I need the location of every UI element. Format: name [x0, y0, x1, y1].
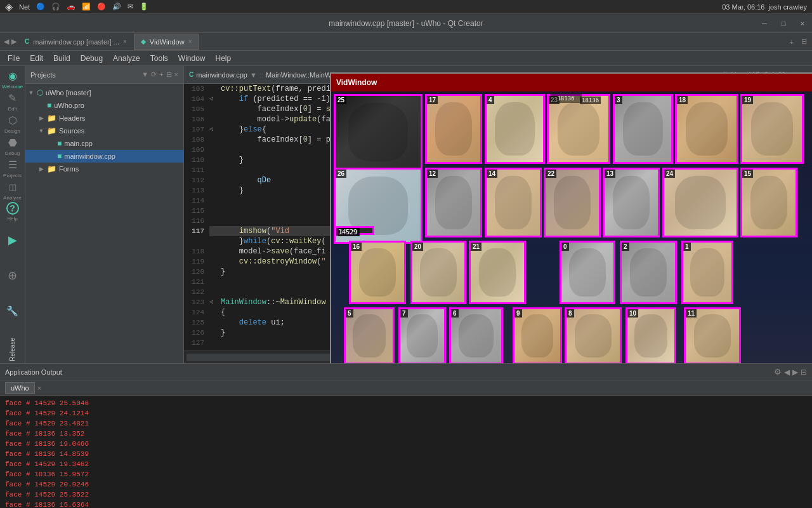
face-number: 19 [742, 96, 753, 104]
face-image [427, 170, 480, 236]
sidebar-run-btn[interactable]: ▶ [1, 223, 24, 257]
os-email: ✉ [128, 3, 133, 11]
tree-item-project[interactable]: ▼ ⬡ uWho [master] [25, 86, 183, 99]
tab-prev-arrow[interactable]: ◀ [4, 37, 9, 46]
face-grid: 2526145291742331819181361214221324151620… [331, 91, 812, 363]
tab-next-arrow[interactable]: ▶ [11, 37, 16, 46]
help-label: Help [7, 216, 17, 222]
menu-help[interactable]: Help [211, 51, 237, 66]
face-number: 6 [451, 309, 459, 318]
output-split-btn[interactable]: ⊟ [801, 368, 807, 377]
maximize-button[interactable]: □ [774, 14, 793, 33]
close-panel-btn[interactable]: × [174, 70, 178, 79]
sidebar-icon-design[interactable]: ⬡ Design [1, 113, 24, 134]
panel-title: Projects [30, 71, 56, 79]
os-bar: ◈ Net 🔵 🎧 🚗 📶 🔴 🔊 ✉ 🔋 03 Mar, 06:16 josh… [0, 0, 812, 14]
output-line: face # 14529 23.4821 [5, 418, 807, 429]
tab-add-btn[interactable]: + [787, 37, 796, 47]
face-number: 3 [615, 96, 622, 104]
face-image [487, 96, 543, 162]
welcome-icon: ◉ [6, 69, 20, 83]
main-layout: ◉ Welcome ✎ Edit ⬡ Design ⬣ Debug ☰ Proj… [0, 66, 812, 363]
face-image [351, 243, 404, 302]
menu-analyze[interactable]: Analyze [108, 51, 145, 66]
sidebar-icon-edit[interactable]: ✎ Edit [1, 91, 24, 112]
menu-tools[interactable]: Tools [145, 51, 173, 66]
breadcrumb-dropdown[interactable]: ▼ [250, 71, 257, 79]
add-btn[interactable]: + [159, 70, 163, 79]
tree-item-mainwindow-cpp[interactable]: ■ mainwindow.cpp [25, 150, 183, 163]
output-line: face # 18136 15.6364 [5, 500, 807, 508]
menu-debug[interactable]: Debug [75, 51, 108, 66]
minimize-button[interactable]: ─ [755, 14, 774, 33]
tree-item-forms[interactable]: ▶ 📁 Forms [25, 163, 183, 175]
projects-label: Projects [3, 173, 22, 178]
tab-split-btn[interactable]: ⊟ [799, 36, 809, 47]
tab-mainwindow[interactable]: C mainwindow.cpp [master] ... × [18, 34, 134, 50]
tree-item-headers[interactable]: ▶ 📁 Headers [25, 112, 183, 124]
face-number: 0 [561, 243, 569, 251]
os-battery-alert: 🔴 [97, 3, 106, 11]
run-icon: ▶ [6, 233, 20, 247]
sidebar-icon-help[interactable]: ? Help [1, 202, 24, 222]
cpp-icon-editor: C [189, 71, 193, 78]
face-image [605, 170, 658, 236]
face-number: 7 [400, 309, 408, 318]
sidebar-icon-analyze[interactable]: ◫ Analyze [1, 180, 24, 201]
face-cell: 6 [449, 307, 503, 363]
close-button[interactable]: × [793, 14, 812, 33]
sidebar-build-btn[interactable]: ⊕ [1, 258, 24, 293]
face-cell: 22 [544, 168, 601, 237]
face-image [742, 170, 796, 236]
face-cell: 4 [485, 94, 545, 164]
os-datetime: 03 Mar, 06:16 [722, 3, 764, 11]
welcome-label: Welcome [2, 84, 23, 90]
output-settings-btn[interactable]: ⚙ [774, 367, 782, 377]
face-cell: 2 [620, 241, 677, 304]
sidebar-icon-debug[interactable]: ⬣ Debug [1, 135, 24, 156]
vidwindow[interactable]: VidWindow ─ × 25261452917423318191813612… [330, 72, 812, 363]
face-number: 26 [336, 170, 346, 178]
tree-toggle-sources: ▼ [38, 128, 44, 134]
sources-folder-icon: 📁 [47, 126, 56, 135]
menu-window[interactable]: Window [173, 51, 211, 66]
tree-toggle-project: ▼ [28, 90, 34, 96]
tab-vidwindow-close[interactable]: × [188, 38, 192, 45]
filter-btn[interactable]: ▼ [141, 70, 148, 79]
output-tab-uwho[interactable]: uWho [5, 382, 35, 394]
editor-area: C mainwindow.cpp ▼ :: MainWindow::MainWi… [184, 66, 812, 363]
face-cell: 23 [547, 94, 610, 164]
output-tab-close[interactable]: × [37, 384, 41, 392]
output-tab-label: uWho [11, 384, 29, 392]
face-image [742, 96, 802, 162]
face-label: 18136 [550, 94, 582, 103]
menu-file[interactable]: File [3, 51, 25, 66]
face-number: 4 [487, 96, 494, 104]
sync-btn[interactable]: ⟳ [151, 70, 157, 79]
output-next-btn[interactable]: ▶ [792, 368, 798, 377]
face-number: 14 [487, 170, 497, 178]
output-prev-btn[interactable]: ◀ [784, 368, 790, 377]
tree-label-project: uWho [master] [46, 89, 91, 97]
tree-item-pro[interactable]: ■ uWho.pro [25, 99, 183, 112]
split-panel-btn[interactable]: ⊟ [166, 70, 172, 79]
sidebar-icon-projects[interactable]: ☰ Projects [1, 157, 24, 178]
cpp-icon-2: ◆ [141, 38, 146, 45]
sidebar-icon-welcome[interactable]: ◉ Welcome [1, 69, 24, 90]
tab-mainwindow-close[interactable]: × [123, 38, 127, 45]
face-number: 20 [412, 243, 423, 251]
tree-item-sources[interactable]: ▼ 📁 Sources [25, 124, 183, 137]
tab-vidwindow[interactable]: ◆ VidWindow × [134, 34, 199, 50]
tree-label-forms: Forms [59, 165, 79, 173]
tab-bar: ◀ ▶ C mainwindow.cpp [master] ... × ◆ Vi… [0, 33, 812, 51]
menu-edit[interactable]: Edit [25, 51, 48, 66]
os-volume: 🔊 [112, 3, 121, 11]
tree-item-main-cpp[interactable]: ■ main.cpp [25, 137, 183, 150]
analyze-icon: ◫ [6, 180, 20, 194]
face-id-label2: 18136 [580, 97, 601, 104]
sidebar-settings-btn[interactable]: 🔧 [1, 294, 24, 328]
face-image [622, 243, 675, 302]
face-number: 17 [427, 96, 438, 104]
face-number: 12 [427, 170, 438, 178]
menu-build[interactable]: Build [48, 51, 75, 66]
